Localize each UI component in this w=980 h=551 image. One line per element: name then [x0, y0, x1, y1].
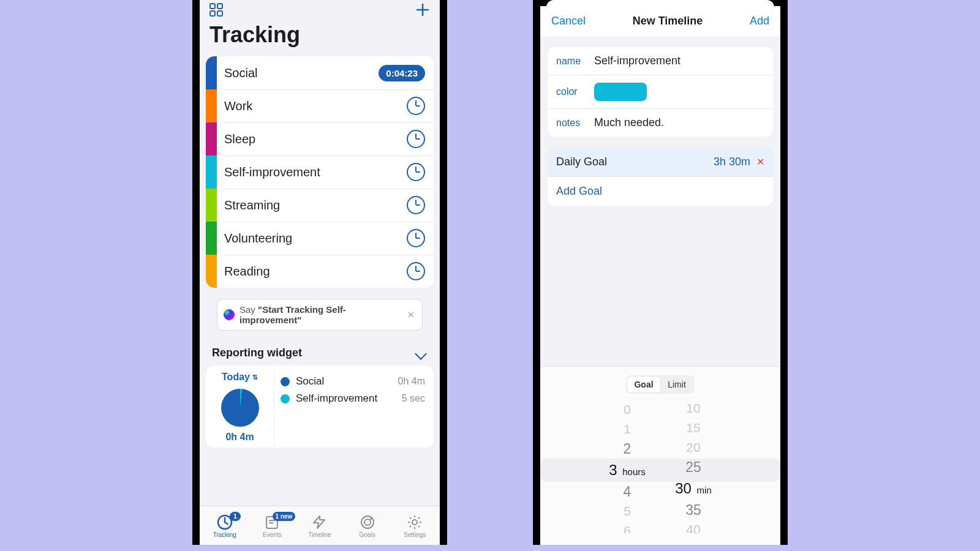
timeline-row[interactable]: Volunteering — [206, 222, 434, 255]
goal-limit-segmented[interactable]: Goal Limit — [626, 375, 695, 394]
name-input[interactable]: Self-improvement — [590, 54, 680, 67]
start-timer-icon[interactable] — [407, 262, 425, 280]
timeline-row[interactable]: Self-improvement — [206, 156, 434, 189]
hours-wheel[interactable]: 0123 hours456 — [603, 399, 652, 533]
siri-suggestion[interactable]: Say "Start Tracking Self-improvement" ✕ — [217, 299, 423, 331]
color-bar — [206, 56, 217, 89]
segment-limit[interactable]: Limit — [660, 377, 693, 392]
svg-rect-2 — [210, 11, 215, 16]
start-timer-icon[interactable] — [407, 196, 425, 214]
time-picker: Goal Limit 0123 hours456 1015202530 min3… — [540, 366, 780, 545]
color-bar — [206, 189, 217, 222]
start-timer-icon[interactable] — [407, 229, 425, 247]
color-bar — [206, 89, 217, 122]
legend-row: Self-improvement5 sec — [281, 390, 425, 407]
notes-input[interactable]: Much needed. — [590, 116, 664, 129]
color-bar — [206, 156, 217, 189]
color-bar — [206, 222, 217, 255]
siri-icon — [224, 309, 235, 320]
phone-right: Cancel New Timeline Add name Self-improv… — [533, 0, 788, 545]
start-timer-icon[interactable] — [407, 130, 425, 148]
row-label: Sleep — [217, 132, 407, 146]
chevron-down-icon — [414, 350, 428, 357]
picker-selection-band — [540, 459, 780, 482]
timeline-row[interactable]: Reading — [206, 255, 434, 288]
tab-events[interactable]: 1 new Events — [254, 514, 290, 538]
widget-total: 0h 4m — [225, 432, 254, 443]
tab-settings[interactable]: Settings — [396, 514, 433, 538]
color-swatch[interactable] — [594, 83, 647, 101]
screen-new-timeline: Cancel New Timeline Add name Self-improv… — [540, 0, 780, 545]
page-title: Tracking — [200, 22, 440, 56]
legend-row: Social0h 4m — [281, 373, 425, 390]
svg-rect-0 — [210, 4, 215, 9]
badge: 1 new — [273, 512, 296, 521]
close-icon[interactable]: ✕ — [406, 310, 416, 320]
siri-text: Say "Start Tracking Self-improvement" — [239, 304, 401, 325]
modal-grabber — [540, 0, 780, 6]
field-color[interactable]: color — [548, 75, 773, 108]
add-button[interactable]: Add — [750, 15, 769, 28]
period-selector[interactable]: Today⇅ — [222, 372, 258, 383]
grid-icon[interactable] — [209, 3, 223, 17]
widget-legend: Social0h 4mSelf-improvement5 sec — [274, 365, 434, 448]
color-bar — [206, 122, 217, 156]
timeline-row[interactable]: Streaming — [206, 189, 434, 222]
goals-card: Daily Goal 3h 30m ✕ Add Goal — [548, 148, 773, 206]
reporting-widget: Today⇅ 0h 4m Social0h 4mSelf-improvement… — [206, 365, 434, 448]
field-name[interactable]: name Self-improvement — [548, 47, 773, 75]
phone-left: Tracking Social0:04:23WorkSleepSelf-impr… — [192, 0, 447, 545]
row-label: Social — [217, 66, 379, 80]
tab-goals[interactable]: Goals — [349, 514, 386, 538]
section-title: Reporting widget — [212, 347, 302, 359]
minutes-wheel[interactable]: 1015202530 min35404550 — [669, 399, 718, 533]
active-timer-pill[interactable]: 0:04:23 — [379, 65, 425, 81]
badge: 1 — [230, 512, 241, 521]
row-label: Reading — [217, 264, 407, 279]
color-bar — [206, 255, 217, 288]
screen-tracking: Tracking Social0:04:23WorkSleepSelf-impr… — [200, 0, 440, 545]
add-button[interactable] — [415, 2, 430, 17]
timeline-row[interactable]: Work — [206, 89, 434, 122]
reporting-widget-header[interactable]: Reporting widget — [200, 331, 440, 365]
modal-title: New Timeline — [633, 15, 703, 28]
start-timer-icon[interactable] — [407, 97, 425, 115]
start-timer-icon[interactable] — [407, 163, 425, 181]
segment-goal[interactable]: Goal — [627, 377, 660, 392]
timeline-form: name Self-improvement color notes Much n… — [548, 47, 773, 137]
goal-row-daily[interactable]: Daily Goal 3h 30m ✕ — [548, 148, 773, 176]
row-label: Volunteering — [217, 231, 407, 246]
pie-chart — [221, 389, 259, 427]
timeline-row[interactable]: Social0:04:23 — [206, 56, 434, 89]
tab-bar: 1 Tracking 1 new Events Timelin — [200, 506, 440, 545]
row-label: Work — [217, 99, 407, 113]
svg-point-8 — [412, 520, 417, 525]
delete-goal-icon[interactable]: ✕ — [756, 156, 764, 168]
svg-rect-3 — [217, 11, 222, 16]
tab-tracking[interactable]: 1 Tracking — [206, 514, 243, 538]
timeline-row[interactable]: Sleep — [206, 122, 434, 156]
field-notes[interactable]: notes Much needed. — [548, 108, 773, 137]
row-label: Streaming — [217, 198, 407, 212]
svg-rect-1 — [217, 4, 222, 9]
legend-dot — [281, 377, 290, 386]
timeline-list: Social0:04:23WorkSleepSelf-improvementSt… — [206, 56, 434, 288]
tab-timeline[interactable]: Timeline — [301, 514, 338, 538]
cancel-button[interactable]: Cancel — [551, 15, 586, 28]
legend-dot — [281, 394, 290, 403]
add-goal-button[interactable]: Add Goal — [548, 176, 773, 206]
row-label: Self-improvement — [217, 165, 407, 179]
